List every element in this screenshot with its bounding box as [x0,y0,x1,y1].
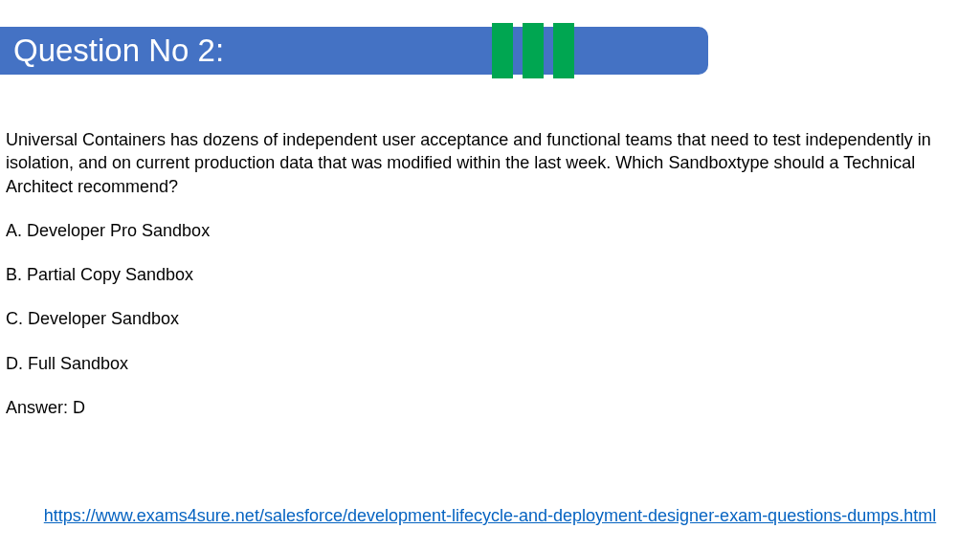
question-body: Universal Containers has dozens of indep… [0,128,980,419]
option-c: C. Developer Sandbox [6,307,974,330]
title-bar: Question No 2: [0,27,708,75]
question-number-title: Question No 2: [0,33,224,69]
green-bar [523,23,544,78]
decorative-green-bars [492,23,574,78]
option-d: D. Full Sandbox [6,352,974,375]
option-b: B. Partial Copy Sandbox [6,263,974,286]
answer-label: Answer: D [6,396,974,419]
source-link[interactable]: https://www.exams4sure.net/salesforce/de… [44,506,936,525]
green-bar [553,23,574,78]
question-stem: Universal Containers has dozens of indep… [6,128,974,198]
footer-link-container: https://www.exams4sure.net/salesforce/de… [0,506,980,526]
option-a: A. Developer Pro Sandbox [6,219,974,242]
green-bar [492,23,513,78]
